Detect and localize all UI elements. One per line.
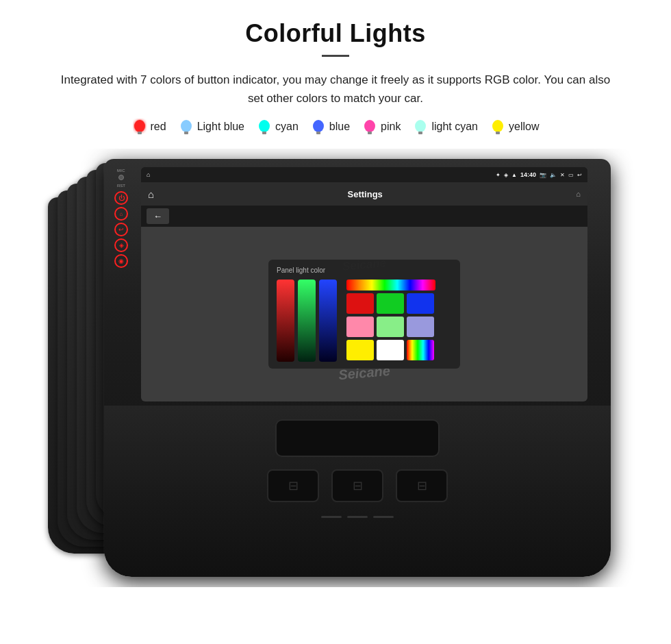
svg-point-12: [492, 120, 503, 132]
connector-icon-2: ⊟: [353, 478, 363, 493]
top-panel: MIC RST ⏻ ⌂ ↩: [104, 159, 611, 406]
btn-vol-dn-red[interactable]: ◉: [114, 254, 128, 268]
rst-label: RST: [117, 184, 125, 188]
swatch-rainbow[interactable]: [407, 340, 434, 360]
bulb-icon-pink: [362, 117, 377, 136]
svg-rect-11: [418, 132, 422, 134]
swatch-lightblue[interactable]: [407, 317, 434, 337]
svg-rect-3: [184, 132, 188, 134]
back-nav-icon: ↩: [577, 172, 582, 178]
swatch-pink[interactable]: [346, 317, 374, 337]
svg-rect-1: [138, 132, 142, 134]
color-item-lightcyan: light cyan: [413, 117, 478, 136]
media-slot: [275, 419, 440, 457]
back-button[interactable]: ←: [147, 208, 169, 224]
slider-red[interactable]: [277, 280, 294, 362]
connector-2: ⊟: [331, 469, 383, 502]
color-item-cyan: cyan: [257, 117, 299, 136]
color-label-yellow: yellow: [509, 121, 539, 133]
svg-point-10: [415, 120, 426, 132]
color-indicators-row: red Light blue cyan blue: [132, 117, 540, 136]
svg-rect-9: [368, 132, 372, 134]
wifi-icon: ▲: [511, 172, 517, 178]
vent-lines: [321, 516, 394, 518]
mic-dot: [118, 175, 124, 180]
connectors-row: ⊟ ⊟ ⊟: [267, 469, 448, 502]
settings-content: Seicane Panel light color: [141, 227, 587, 401]
swatch-row-3: [346, 340, 435, 360]
signal-icon: ◈: [504, 172, 508, 178]
connector-1: ⊟: [267, 469, 319, 502]
sliders-area: [277, 280, 337, 362]
page-container: Colorful Lights Integrated with 7 colors…: [0, 0, 671, 644]
swatch-lightgreen[interactable]: [377, 317, 404, 337]
bulb-icon-red: [132, 117, 147, 136]
usb-icon: ⌂: [576, 190, 581, 198]
bottom-panel: ⊟ ⊟ ⊟: [104, 406, 611, 573]
swatch-row-1: [346, 293, 435, 314]
title-divider: [322, 55, 349, 57]
device-stack: MIC RST ⏻ ⌂ ↩: [48, 159, 623, 577]
color-label-lightcyan: light cyan: [431, 121, 478, 133]
title-section: Colorful Lights: [245, 0, 425, 71]
status-bar: ⌂ ✦ ◈ ▲ 14:40 📷 🔈 ✕ ▭ ↩: [141, 167, 587, 182]
svg-point-6: [313, 120, 324, 132]
front-device: MIC RST ⏻ ⌂ ↩: [104, 159, 611, 577]
screen: ⌂ ✦ ◈ ▲ 14:40 📷 🔈 ✕ ▭ ↩: [141, 167, 587, 401]
vent-line-1: [321, 516, 342, 518]
left-buttons: MIC RST ⏻ ⌂ ↩: [104, 163, 138, 406]
btn-back-red[interactable]: ↩: [114, 223, 128, 236]
swatch-red[interactable]: [346, 293, 374, 314]
close-icon: ✕: [560, 172, 565, 178]
bulb-icon-yellow: [490, 117, 505, 136]
vent-line-3: [373, 516, 394, 518]
volume-icon: 🔈: [550, 172, 557, 178]
connector-3: ⊟: [396, 469, 448, 502]
swatch-green[interactable]: [377, 293, 404, 314]
svg-rect-13: [496, 132, 500, 134]
btn-power-red[interactable]: ⏻: [114, 191, 128, 205]
svg-rect-5: [262, 132, 266, 134]
swatch-white[interactable]: [377, 340, 404, 360]
color-item-red: red: [132, 117, 166, 136]
time-display: 14:40: [520, 171, 536, 178]
page-title: Colorful Lights: [245, 19, 425, 48]
color-label-pink: pink: [381, 121, 401, 133]
back-arrow-icon: ←: [153, 211, 162, 221]
color-item-lightblue: Light blue: [179, 117, 244, 136]
svg-point-0: [134, 120, 145, 132]
btn-vol-up-red[interactable]: ◈: [114, 238, 128, 252]
slider-green[interactable]: [298, 280, 316, 362]
status-right: ✦ ◈ ▲ 14:40 📷 🔈 ✕ ▭ ↩: [496, 171, 582, 178]
swatch-yellow[interactable]: [346, 340, 374, 360]
bluetooth-icon: ✦: [496, 172, 501, 178]
svg-point-2: [181, 120, 192, 132]
home-icon[interactable]: ⌂: [148, 188, 154, 200]
settings-bar: ⌂ Settings ⌂: [141, 182, 587, 206]
right-spacer: [590, 163, 611, 406]
slider-blue[interactable]: [319, 280, 337, 362]
vent-line-2: [347, 516, 368, 518]
bulb-icon-lightcyan: [413, 117, 428, 136]
svg-point-8: [364, 120, 375, 132]
svg-rect-7: [316, 132, 320, 134]
camera-icon: 📷: [540, 172, 546, 178]
device-image-area: MIC RST ⏻ ⌂ ↩: [0, 149, 671, 587]
color-picker-panel[interactable]: Panel light color: [268, 260, 460, 369]
svg-point-4: [259, 120, 270, 132]
status-home: ⌂: [147, 171, 150, 178]
swatch-blue[interactable]: [407, 293, 434, 314]
window-icon: ▭: [568, 172, 574, 178]
btn-home-red[interactable]: ⌂: [114, 207, 128, 221]
settings-title: Settings: [160, 189, 570, 199]
connector-icon-1: ⊟: [288, 478, 299, 493]
color-label-lightblue: Light blue: [197, 121, 244, 133]
color-picker-body: [277, 280, 452, 362]
swatches-area: [346, 280, 435, 362]
color-item-blue: blue: [311, 117, 350, 136]
color-label-cyan: cyan: [275, 121, 299, 133]
connector-icon-3: ⊟: [417, 478, 427, 493]
panel-light-label: Panel light color: [277, 267, 452, 274]
color-label-red: red: [151, 121, 166, 133]
description-text: Integrated with 7 colors of button indic…: [41, 71, 630, 108]
